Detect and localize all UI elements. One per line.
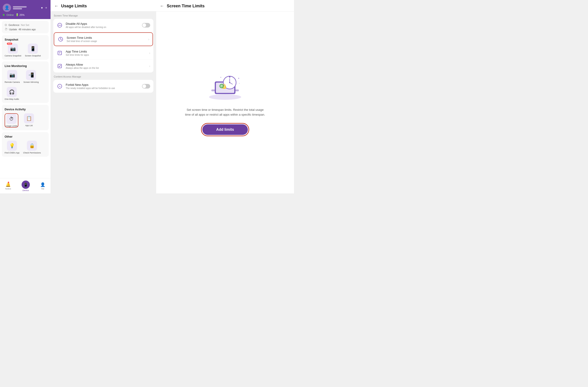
forbid-new-apps-item[interactable]: Forbid New Apps The newly installed apps…	[53, 80, 153, 93]
device-activity-grid: ⏱ Usage Limits 📋 App List	[5, 113, 46, 128]
device-activity-title: Device Activity	[5, 108, 46, 111]
left-panel: 👤 ▾ ＋ Online 🔋 25% ⊙ Geofence Not Set	[0, 0, 51, 194]
screen-mirroring-icon: 📲	[28, 72, 34, 78]
always-allow-chevron: ›	[149, 64, 150, 68]
dropdown-icon[interactable]: ▾	[41, 6, 43, 10]
one-way-audio-icon: 🎧	[9, 89, 15, 95]
app-time-limits-title: App Time Limits	[66, 50, 146, 53]
one-way-audio-icon-box: 🎧	[7, 87, 17, 97]
disable-all-apps-subtitle: All apps will be disabled after turning …	[66, 26, 139, 28]
disable-all-apps-toggle[interactable]	[142, 23, 150, 28]
avatar: 👤	[3, 4, 11, 12]
battery-icon: 🔋 25%	[16, 13, 24, 16]
app-list-icon: 📋	[26, 116, 32, 121]
screen-snapshot-label: Screen Snapshot	[25, 55, 41, 57]
find-childs-app-label: Find Child's App	[5, 152, 20, 154]
find-childs-app-item[interactable]: 💡 Find Child's App	[5, 141, 20, 154]
left-body: ⊙ Geofence Not Set ⏱ Update 48 minutes a…	[0, 19, 51, 178]
app-list-item[interactable]: 📋 App List	[22, 113, 36, 128]
remote-camera-item[interactable]: 📷 Remote Camera	[5, 70, 20, 83]
live-monitoring-section: Live Monitoring 📷 Remote Camera 📲 Screen…	[2, 61, 49, 103]
app-list-label: App List	[25, 124, 33, 127]
always-allow-title: Always Allow	[66, 63, 146, 66]
camera-snapshot-item[interactable]: 📷 New Camera Snapshot	[5, 44, 21, 57]
username-blurred	[13, 6, 27, 9]
svg-rect-18	[229, 77, 230, 77]
svg-text:✦: ✦	[220, 77, 222, 78]
middle-header: ← Usage Limits	[51, 0, 156, 11]
always-allow-text: Always Allow Always allow the apps on th…	[66, 63, 146, 69]
right-back-button[interactable]: ←	[160, 4, 164, 8]
disable-all-apps-item[interactable]: Disable All Apps All apps will be disabl…	[53, 19, 153, 32]
online-label: Online	[6, 14, 14, 16]
snapshot-title: Snapshot	[5, 38, 46, 41]
screen-time-limits-title: Screen Time Limits	[67, 36, 145, 39]
screen-time-limits-icon	[57, 36, 64, 42]
header-icons: ▾ ＋	[41, 6, 48, 10]
remote-camera-icon-box: 📷	[7, 70, 17, 80]
nav-notice[interactable]: 🔔 Notice	[5, 182, 11, 190]
find-childs-app-icon-box: 💡	[7, 141, 17, 151]
snapshot-section: Snapshot 📷 New Camera Snapshot 📱 Screen …	[2, 35, 49, 60]
right-description: Set screen time or timespan limits. Rest…	[184, 108, 266, 117]
online-indicator	[3, 14, 5, 16]
content-access-label: Content Access Manage	[53, 75, 153, 78]
usage-limits-item[interactable]: ⏱ Usage Limits	[5, 113, 18, 128]
svg-point-9	[209, 94, 241, 100]
disable-all-apps-title: Disable All Apps	[66, 22, 139, 25]
remote-camera-icon: 📷	[9, 72, 15, 78]
nav-me[interactable]: 👤 Me	[40, 182, 45, 190]
bottom-nav: 🔔 Notice 📱 Device 👤 Me	[0, 178, 51, 194]
forbid-new-apps-icon	[57, 83, 63, 89]
camera-snapshot-icon: 📷	[10, 46, 16, 51]
forbid-new-apps-toggle[interactable]	[142, 84, 150, 89]
update-row: ⏱ Update 48 minutes ago	[5, 28, 46, 31]
app-time-limits-text: App Time Limits Set time limits for apps	[66, 50, 146, 56]
check-permissions-icon-box: 🔒	[27, 141, 37, 151]
device-icon-circle: 📱	[21, 180, 30, 189]
middle-back-button[interactable]: ←	[54, 4, 58, 8]
device-icon: 📱	[23, 183, 28, 187]
add-icon[interactable]: ＋	[44, 6, 48, 10]
snapshot-grid: 📷 New Camera Snapshot 📱 Screen Snapshot	[5, 44, 46, 57]
app-time-limits-subtitle: Set time limits for apps	[66, 54, 146, 56]
svg-rect-3	[58, 51, 62, 55]
screen-mirroring-label: Screen Mirroring	[23, 81, 39, 83]
info-card: ⊙ Geofence Not Set ⏱ Update 48 minutes a…	[2, 21, 49, 33]
screen-time-limits-item[interactable]: Screen Time Limits Set total time of scr…	[54, 32, 153, 46]
left-header: 👤 ▾ ＋ Online 🔋 25%	[0, 0, 51, 19]
middle-body: Screen Time Manage Disable All Apps All …	[51, 11, 156, 194]
check-permissions-label: Check Permissions	[23, 152, 41, 154]
live-monitoring-grid: 📷 Remote Camera 📲 Screen Mirroring 🎧 One…	[5, 70, 46, 100]
always-allow-item[interactable]: Always Allow Always allow the apps on th…	[53, 60, 153, 73]
nav-device[interactable]: 📱 Device	[21, 180, 30, 192]
one-way-audio-item[interactable]: 🎧 One-Way Audio	[5, 87, 19, 100]
disable-all-apps-text: Disable All Apps All apps will be disabl…	[66, 22, 139, 28]
screen-snapshot-icon: 📱	[30, 46, 36, 51]
usage-limits-label: Usage Limits	[5, 125, 18, 127]
check-permissions-item[interactable]: 🔒 Check Permissions	[23, 141, 41, 154]
find-childs-app-icon: 💡	[9, 143, 15, 148]
screen-mirroring-item[interactable]: 📲 Screen Mirroring	[23, 70, 39, 83]
screen-snapshot-icon-box: 📱	[28, 44, 38, 54]
disable-all-apps-icon	[57, 22, 63, 28]
geofence-row: ⊙ Geofence Not Set	[5, 23, 46, 27]
app-time-limits-item[interactable]: App Time Limits Set time limits for apps…	[53, 47, 153, 60]
usage-limits-icon-box: ⏱	[6, 114, 17, 124]
new-badge: New	[7, 43, 12, 45]
screen-time-illustration: ✦ ✦ ● ⚙	[204, 70, 246, 102]
svg-text:●: ●	[239, 83, 240, 84]
screen-mirroring-icon-box: 📲	[26, 70, 36, 80]
usage-limits-icon: ⏱	[9, 116, 14, 122]
other-grid: 💡 Find Child's App 🔒 Check Permissions	[5, 141, 46, 154]
add-limits-button[interactable]: Add limits	[202, 124, 248, 135]
geofence-icon: ⊙	[5, 23, 7, 27]
middle-title: Usage Limits	[61, 4, 87, 8]
forbid-new-apps-subtitle: The newly installed apps will be forbidd…	[66, 87, 139, 89]
screen-snapshot-item[interactable]: 📱 Screen Snapshot	[25, 44, 41, 57]
screen-time-limits-subtitle: Set total time of screen usage	[67, 40, 145, 42]
forbid-new-apps-text: Forbid New Apps The newly installed apps…	[66, 83, 139, 89]
middle-panel: ← Usage Limits Screen Time Manage Disabl…	[51, 0, 156, 194]
right-header: ← Screen Time Limits	[156, 0, 294, 11]
screen-time-limits-text: Screen Time Limits Set total time of scr…	[67, 36, 145, 42]
